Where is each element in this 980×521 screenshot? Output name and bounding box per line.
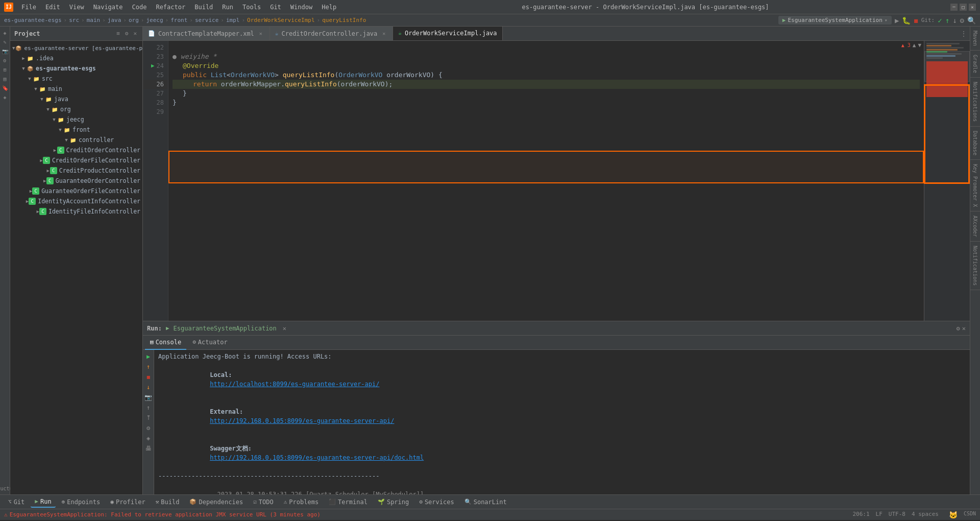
settings-icon[interactable]: ⚙ — [960, 16, 964, 25]
tree-item-guarantee-order-ctrl[interactable]: ▶ C GuaranteeOrderController — [10, 176, 142, 186]
bottom-tool-todo[interactable]: ☑ TODO — [249, 496, 278, 508]
menu-help[interactable]: Help — [317, 3, 340, 12]
breadcrumb-java[interactable]: java — [108, 17, 121, 23]
git-pull-icon[interactable]: ↓ — [952, 16, 957, 25]
tab-order-work-service[interactable]: ☕ OrderWorkServiceImpl.java — [393, 27, 502, 41]
debug-button[interactable]: 🐛 — [902, 16, 911, 25]
menu-edit[interactable]: Edit — [41, 3, 64, 12]
breadcrumb-method[interactable]: queryListInfo — [322, 17, 366, 23]
menu-view[interactable]: View — [65, 3, 88, 12]
breadcrumb-service[interactable]: service — [195, 17, 218, 23]
bottom-tool-sonarlint[interactable]: 🔍 SonarLint — [460, 496, 511, 508]
run-close-tab[interactable]: ✕ — [283, 325, 286, 332]
bottom-tool-run[interactable]: ▶ Run — [31, 496, 55, 508]
run-panel-settings-icon[interactable]: ⚙ — [957, 325, 960, 332]
tree-item-guarantee-order-file[interactable]: ▶ C GuaranteeOrderFileController — [10, 186, 142, 196]
breadcrumb-impl[interactable]: impl — [226, 17, 240, 23]
tree-item-front[interactable]: ▼ 📁 front — [10, 125, 142, 135]
run-print-btn[interactable]: 🖶 — [144, 444, 153, 453]
bottom-tool-git[interactable]: ⌥ Git — [4, 496, 29, 508]
left-toolbar-icon-4[interactable]: ⚙ — [1, 56, 9, 64]
console-output[interactable]: Application Jeecg-Boot is running! Acces… — [154, 350, 970, 494]
sidebar-close-btn[interactable]: ✕ — [132, 30, 138, 37]
right-label-axcoder[interactable]: AXcoder — [970, 211, 980, 242]
left-toolbar-icon-7[interactable]: 🔖 — [1, 84, 9, 92]
run-panel-close-icon[interactable]: ✕ — [962, 325, 966, 332]
right-label-maven[interactable]: Maven — [970, 27, 980, 51]
right-label-notifications[interactable]: Notifications — [970, 78, 980, 126]
sidebar-settings-btn[interactable]: ⚙ — [124, 30, 130, 37]
left-toolbar-icon-8[interactable]: ◈ — [1, 93, 9, 101]
left-toolbar-icon-3[interactable]: 📷 — [1, 47, 9, 55]
tree-item-root[interactable]: ▼ 📦 es-guarantee-server [es-guarantee-pa… — [10, 43, 142, 53]
breadcrumb-front[interactable]: front — [170, 17, 187, 23]
run-scroll-down-btn[interactable]: ↓ — [144, 383, 153, 392]
git-push-icon[interactable]: ↑ — [945, 16, 949, 25]
run-scroll-up-btn2[interactable]: ↑ — [144, 403, 153, 412]
menu-build[interactable]: Build — [190, 3, 217, 12]
menu-file[interactable]: File — [17, 3, 40, 12]
breadcrumb-class[interactable]: OrderWorkServiceImpl — [247, 17, 314, 23]
stop-button[interactable]: ◼ — [914, 16, 918, 25]
bottom-tool-spring[interactable]: 🌱 Spring — [374, 496, 413, 508]
console-link-local[interactable]: http://localhost:8099/es-guarantee-serve… — [210, 381, 379, 388]
run-config-selector[interactable]: ▶ EsguaranteeSystemApplication ▾ — [778, 16, 892, 25]
tree-item-idea[interactable]: ▶ 📁 .idea — [10, 53, 142, 63]
run-up2-btn[interactable]: ⤒ — [144, 413, 153, 422]
minimize-button[interactable]: ─ — [950, 4, 958, 11]
tab-contract-mapper[interactable]: 📄 ContractTemplateMapper.xml ✕ — [143, 27, 270, 41]
tree-item-jeecg[interactable]: ▼ 📁 jeecg — [10, 114, 142, 125]
tab-close-contract-mapper[interactable]: ✕ — [257, 31, 264, 36]
menu-window[interactable]: Window — [286, 3, 316, 12]
console-link-swagger[interactable]: http://192.168.0.105:8099/es-guarantee-s… — [210, 454, 424, 461]
code-content[interactable]: ● weiyihe * @Override public List < Orde… — [168, 41, 924, 321]
tree-item-identity-account[interactable]: ▶ C IdentityAccountInfoController — [10, 196, 142, 206]
run-app-name[interactable]: EsguaranteeSystemApplication — [174, 325, 277, 332]
left-toolbar-structure[interactable]: Structure — [1, 484, 9, 492]
breadcrumb-main[interactable]: main — [87, 17, 101, 23]
error-scroll-down[interactable]: ▼ — [918, 42, 921, 49]
minimap[interactable] — [924, 41, 970, 321]
menu-run[interactable]: Run — [218, 3, 237, 12]
tree-item-credit-order-ctrl[interactable]: ▶ C CreditOrderController — [10, 145, 142, 155]
tree-item-controller[interactable]: ▼ 📁 controller — [10, 135, 142, 145]
menu-navigate[interactable]: Navigate — [89, 3, 127, 12]
run-fold-btn[interactable]: ◈ — [144, 434, 153, 443]
run-tab-console[interactable]: ▤ Console — [145, 336, 186, 350]
breadcrumb-src[interactable]: src — [69, 17, 79, 23]
right-label-database[interactable]: Database — [970, 127, 980, 160]
tab-credit-order-controller[interactable]: ☕ CreditOrderController.java ✕ — [270, 27, 393, 41]
bottom-tool-services[interactable]: ⚙ Services — [415, 496, 458, 508]
left-toolbar-icon-2[interactable]: ✎ — [1, 38, 9, 46]
left-toolbar-icon-6[interactable]: ▤ — [1, 75, 9, 83]
tree-item-credit-product-ctrl[interactable]: ▶ C CreditProductController — [10, 165, 142, 176]
run-scroll-up-btn[interactable]: ↑ — [144, 362, 153, 371]
menu-refactor[interactable]: Refactor — [152, 3, 189, 12]
tree-item-identity-file[interactable]: ▶ C IdentityFileInfoController — [10, 206, 142, 217]
tree-item-main[interactable]: ▼ 📁 main — [10, 84, 142, 94]
tab-close-credit-order[interactable]: ✕ — [380, 31, 387, 36]
breadcrumb-org[interactable]: org — [129, 17, 139, 23]
menu-git[interactable]: Git — [266, 3, 285, 12]
bottom-tool-build[interactable]: ⚒ Build — [152, 496, 184, 508]
tree-item-src[interactable]: ▼ 📁 src — [10, 74, 142, 84]
left-toolbar-icon-1[interactable]: ◈ — [1, 29, 9, 37]
run-camera-btn[interactable]: 📷 — [144, 393, 153, 402]
breadcrumb-root[interactable]: es-guarantee-esgs — [4, 17, 62, 23]
maximize-button[interactable]: □ — [960, 4, 967, 11]
right-label-notifications2[interactable]: Notifications — [970, 242, 980, 290]
close-button[interactable]: ✕ — [969, 4, 976, 11]
tree-item-esgs[interactable]: ▼ 📦 es-guarantee-esgs — [10, 63, 142, 74]
tree-item-org[interactable]: ▼ 📁 org — [10, 104, 142, 114]
sidebar-collapse-btn[interactable]: ≡ — [115, 30, 121, 37]
right-label-gradle[interactable]: Gradle — [970, 51, 980, 78]
run-button[interactable]: ▶ — [895, 16, 899, 25]
menu-code[interactable]: Code — [128, 3, 151, 12]
run-tab-actuator[interactable]: ⚙ Actuator — [187, 336, 232, 350]
bottom-tool-dependencies[interactable]: 📦 Dependencies — [185, 496, 247, 508]
git-check-icon[interactable]: ✓ — [938, 16, 942, 25]
bottom-tool-profiler[interactable]: ◉ Profiler — [106, 496, 149, 508]
left-toolbar-icon-5[interactable]: ⊞ — [1, 65, 9, 74]
bottom-tool-endpoints[interactable]: ⊕ Endpoints — [58, 496, 105, 508]
run-settings-btn[interactable]: ⚙ — [144, 423, 153, 433]
